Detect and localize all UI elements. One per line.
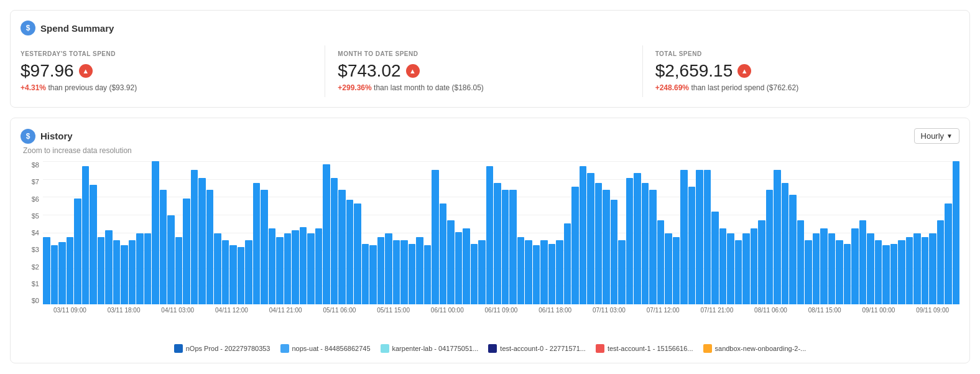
- bar: [937, 220, 945, 304]
- bar: [813, 233, 820, 304]
- bar: [307, 233, 315, 304]
- x-axis-label: 04/11 03:00: [150, 307, 205, 314]
- spend-card-mtd: MONTH TO DATE SPEND $743.02 ▲ +299.36% t…: [325, 45, 642, 97]
- history-section: $ History Hourly ▼ Zoom to increase data…: [10, 118, 970, 363]
- y-axis: $8$7$6$5$4$3$2$1$0: [21, 161, 43, 304]
- bar: [805, 240, 812, 304]
- bar: [424, 245, 432, 304]
- chart-inner: $8$7$6$5$4$3$2$1$0: [21, 161, 959, 304]
- legend-color-box: [596, 344, 604, 353]
- chart-container: $8$7$6$5$4$3$2$1$0 03/11 09:0003/11 18:0…: [21, 161, 959, 335]
- legend-item: karpenter-lab - 041775051...: [381, 344, 479, 353]
- bar: [136, 233, 144, 304]
- bar: [727, 233, 734, 304]
- spend-suffix-mtd: than last month to date ($186.05): [372, 83, 484, 92]
- bar: [284, 233, 292, 304]
- bar: [680, 170, 688, 304]
- spend-label-total: TOTAL SPEND: [655, 50, 947, 57]
- y-axis-label: $8: [21, 161, 39, 169]
- spend-summary-icon: $: [21, 21, 35, 35]
- bar: [766, 190, 774, 304]
- bar: [509, 190, 517, 304]
- bar: [820, 228, 828, 304]
- bar: [362, 244, 369, 304]
- bar: [502, 190, 509, 304]
- bar: [229, 245, 237, 304]
- bar: [471, 244, 478, 304]
- y-axis-label: $7: [21, 178, 39, 185]
- bar: [300, 227, 307, 304]
- legend-color-box: [280, 344, 289, 353]
- bar: [580, 166, 587, 304]
- spend-summary-section: $ Spend Summary YESTERDAY'S TOTAL SPEND …: [10, 10, 970, 108]
- bar: [735, 240, 742, 304]
- spend-amount-row-mtd: $743.02 ▲: [338, 61, 629, 81]
- bar: [167, 215, 175, 304]
- y-axis-label: $4: [21, 229, 39, 236]
- bar: [587, 173, 594, 304]
- bar: [432, 170, 439, 304]
- spend-percent-yesterday: +4.31%: [21, 83, 46, 92]
- bar: [338, 190, 346, 304]
- bar: [455, 232, 463, 304]
- bar: [105, 230, 113, 304]
- legend-color-box: [703, 344, 712, 353]
- hourly-dropdown-button[interactable]: Hourly ▼: [914, 128, 959, 144]
- legend: nOps Prod - 202279780353nops-uat - 84485…: [21, 344, 959, 353]
- bar: [90, 185, 97, 304]
- bar: [922, 237, 929, 304]
- x-axis-label: 09/11 00:00: [852, 307, 906, 314]
- spend-amount-total: $2,659.15: [655, 61, 733, 81]
- bar: [711, 212, 719, 304]
- bar: [696, 170, 703, 304]
- spend-percent-total: +248.69%: [655, 83, 689, 92]
- legend-label: nOps Prod - 202279780353: [186, 345, 270, 352]
- bar: [191, 170, 198, 304]
- spend-arrow-mtd: ▲: [406, 64, 420, 78]
- bar: [98, 237, 105, 304]
- bar: [43, 237, 50, 304]
- bar: [292, 230, 299, 304]
- spend-arrow-yesterday: ▲: [79, 64, 93, 78]
- bar: [611, 200, 618, 304]
- x-axis-label: 04/11 21:00: [259, 307, 313, 314]
- x-axis: 03/11 09:0003/11 18:0004/11 03:0004/11 1…: [43, 307, 959, 314]
- bar: [603, 190, 610, 304]
- spend-change-mtd: +299.36% than last month to date ($186.0…: [338, 83, 629, 92]
- bar: [906, 237, 913, 304]
- bar: [486, 166, 494, 304]
- x-axis-label: 03/11 09:00: [43, 307, 97, 314]
- bar: [533, 245, 540, 304]
- bar: [525, 240, 532, 304]
- x-axis-label: 07/11 21:00: [690, 307, 744, 314]
- bar: [315, 228, 323, 304]
- bar: [346, 200, 354, 304]
- bar: [82, 166, 90, 304]
- legend-item: test-account-1 - 15156616...: [596, 344, 693, 353]
- spend-percent-mtd: +299.36%: [338, 83, 371, 92]
- bar: [144, 233, 152, 304]
- bar: [261, 190, 268, 304]
- bar: [354, 203, 361, 304]
- bar: [540, 240, 548, 304]
- bar: [851, 228, 859, 304]
- bar: [844, 244, 851, 304]
- bar: [556, 240, 563, 304]
- bar: [953, 161, 960, 304]
- bar: [400, 240, 408, 304]
- history-title: History: [40, 131, 73, 141]
- page-container: $ Spend Summary YESTERDAY'S TOTAL SPEND …: [0, 0, 980, 374]
- hourly-dropdown-label: Hourly: [921, 131, 945, 141]
- bar: [882, 245, 890, 304]
- bar: [409, 244, 416, 304]
- x-axis-label: 05/11 06:00: [313, 307, 367, 314]
- bar: [657, 220, 665, 304]
- bar: [898, 240, 905, 304]
- spend-suffix-total: than last period spend ($762.62): [689, 83, 798, 92]
- bar: [797, 220, 805, 304]
- bar: [245, 240, 252, 304]
- legend-label: sandbox-new-onboarding-2-...: [715, 345, 807, 352]
- bar: [416, 237, 423, 304]
- bar: [160, 190, 167, 304]
- bars-container: [43, 161, 959, 304]
